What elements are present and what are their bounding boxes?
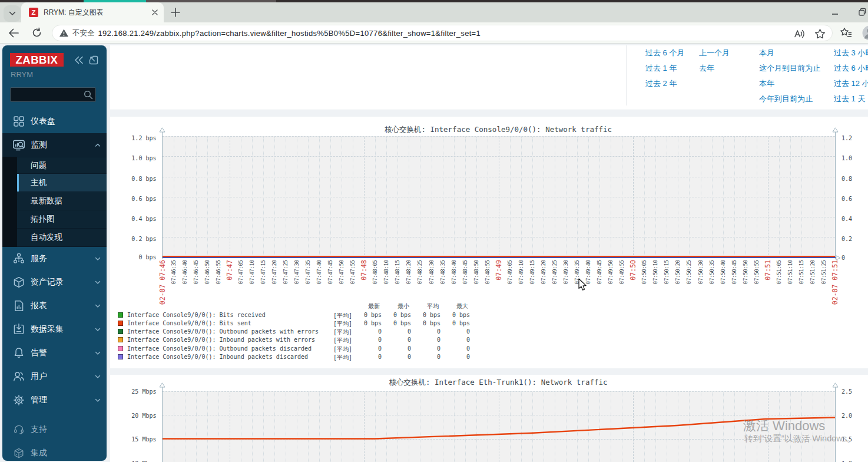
sidebar-item-label: 仪表盘 xyxy=(31,116,55,127)
time-range-link[interactable]: 上一个月 xyxy=(699,48,730,58)
x-gridline xyxy=(330,392,331,462)
address-bar[interactable]: 不安全 192.168.21.249/zabbix.php?action=cha… xyxy=(52,25,833,41)
time-range-link[interactable]: 过去 6 个月 xyxy=(645,48,684,58)
x-tick-label: 02-07 07:51 xyxy=(831,260,839,305)
legend-value: 0 bps xyxy=(435,312,470,318)
sidebar-item-admin[interactable]: 管理 xyxy=(2,388,107,412)
sidebar-subitem[interactable]: 拓扑图 xyxy=(17,210,107,229)
security-label[interactable]: 不安全 xyxy=(72,28,95,38)
browser-tab[interactable]: Z RRYM: 自定义图表 xyxy=(21,2,164,22)
windows-activate-watermark-line1: 激活 Windows xyxy=(743,417,825,435)
x-tick-label: 02-07 07:46 xyxy=(159,260,166,305)
sidebar-submenu: 问题主机最新数据拓扑图自动发现 xyxy=(2,157,107,247)
x-gridline xyxy=(633,392,634,462)
x-gridline xyxy=(544,137,544,255)
x-gridline xyxy=(274,137,275,255)
x-tick-label: 07:49:50 xyxy=(608,260,614,284)
legend-value: 0 xyxy=(435,354,470,360)
x-gridline xyxy=(409,137,409,255)
time-range-link[interactable]: 本月 xyxy=(759,48,774,58)
x-gridline xyxy=(465,392,466,462)
collections-icon[interactable] xyxy=(840,27,853,39)
y-axis-right xyxy=(835,387,836,462)
x-tick-label: 07:47:30 xyxy=(294,260,300,284)
x-tick-label: 07:48:40 xyxy=(451,260,457,284)
x-gridline xyxy=(476,137,477,255)
x-gridline xyxy=(465,137,466,255)
reload-button[interactable] xyxy=(31,27,43,39)
sidebar-item-reports[interactable]: 报表 xyxy=(2,294,107,318)
time-range-link[interactable]: 过去 2 年 xyxy=(645,78,677,89)
y-axis-label-right: 0.2 xyxy=(842,236,852,242)
x-tick-label: 07:49:25 xyxy=(552,260,558,284)
y-axis-label-right: 1.2 xyxy=(842,135,852,141)
restore-button[interactable] xyxy=(849,2,868,22)
time-range-link[interactable]: 过去 1 天 xyxy=(834,94,865,104)
sidebar-item-inventory[interactable]: 资产记录 xyxy=(2,270,107,294)
x-tick-label: 07:51:20 xyxy=(810,260,816,284)
zabbix-logo[interactable]: ZABBIX xyxy=(10,53,64,67)
url-text[interactable]: 192.168.21.249/zabbix.php?action=charts.… xyxy=(98,29,481,38)
profile-avatar[interactable] xyxy=(859,22,868,44)
sidebar-subitem[interactable]: 问题 xyxy=(17,157,107,174)
tab-search-button[interactable] xyxy=(4,5,21,22)
time-range-link[interactable]: 过去 1 年 xyxy=(645,63,677,74)
x-gridline xyxy=(689,137,690,255)
sidebar-item-monitoring[interactable]: 监测 xyxy=(2,133,107,157)
x-gridline xyxy=(274,392,275,462)
alerts-icon xyxy=(11,345,26,361)
minimize-button[interactable] xyxy=(821,2,849,22)
x-gridline xyxy=(723,137,724,255)
monitoring-icon xyxy=(11,137,26,153)
y-axis-label-right: 2.5 xyxy=(842,388,852,395)
sidebar-item-support[interactable]: 支持 xyxy=(2,418,107,441)
x-tick-label: 07:49:15 xyxy=(529,260,535,284)
sidebar-item-dashboard[interactable]: 仪表盘 xyxy=(2,110,107,133)
sidebar-subitem[interactable]: 最新数据 xyxy=(17,192,107,210)
tab-close-button[interactable] xyxy=(150,7,160,18)
sidebar-footer-menu: 支持集成 xyxy=(2,418,107,461)
x-tick-label: 07:51 xyxy=(764,260,771,280)
time-range-link[interactable]: 过去 6 小时 xyxy=(834,63,868,74)
y-axis-label-right: 2.0 xyxy=(842,412,852,418)
time-range-link[interactable]: 今年到目前为止 xyxy=(759,94,813,104)
sidebar-collapse-icon[interactable] xyxy=(74,56,84,64)
x-tick-label: 07:50:45 xyxy=(731,260,737,284)
sidebar-item-label: 资产记录 xyxy=(31,277,64,288)
x-gridline xyxy=(218,392,219,462)
favorite-star-icon[interactable] xyxy=(814,28,826,40)
chevron-down-icon xyxy=(95,257,101,261)
y-axis-left xyxy=(162,132,163,259)
x-tick-label: 07:49 xyxy=(495,260,502,280)
sidebar-subitem[interactable]: 主机 xyxy=(17,174,107,192)
sidebar-item-integrations[interactable]: 集成 xyxy=(2,441,107,461)
time-range-link[interactable]: 过去 3 小时 xyxy=(834,48,868,58)
sidebar: ZABBIX RRYM 仪表盘监测问题主机最新数据拓扑图自动发现服务资产记录报表… xyxy=(2,45,107,461)
back-button[interactable] xyxy=(7,27,20,39)
search-input[interactable] xyxy=(13,88,81,101)
read-aloud-icon[interactable] xyxy=(793,28,806,40)
new-tab-button[interactable] xyxy=(169,6,182,19)
sidebar-subitem[interactable]: 自动发现 xyxy=(17,229,107,247)
sidebar-item-alerts[interactable]: 告警 xyxy=(2,341,107,365)
time-range-link[interactable]: 去年 xyxy=(699,63,714,74)
chevron-down-icon xyxy=(95,280,101,285)
x-gridline xyxy=(499,392,499,462)
x-gridline xyxy=(655,392,656,462)
time-range-panel: 过去 6 个月过去 1 年过去 2 年上一个月去年本月这个月到目前为止本年今年到… xyxy=(110,45,868,110)
sidebar-item-users[interactable]: 用户 xyxy=(2,365,107,388)
x-gridline xyxy=(319,137,320,255)
window-controls xyxy=(821,2,868,22)
x-tick-label: 07:47:55 xyxy=(350,260,356,284)
chevron-down-icon xyxy=(6,8,18,19)
time-range-link[interactable]: 本年 xyxy=(759,78,774,89)
sidebar-hide-icon[interactable] xyxy=(89,55,98,65)
x-gridline xyxy=(588,137,589,255)
x-tick-label: 07:48:35 xyxy=(440,260,446,284)
time-range-link[interactable]: 过去 12 小时 xyxy=(834,78,868,89)
sidebar-item-collection[interactable]: 数据采集 xyxy=(2,318,107,341)
x-gridline xyxy=(566,392,566,462)
time-range-link[interactable]: 这个月到目前为止 xyxy=(759,63,820,74)
x-gridline xyxy=(286,137,286,255)
sidebar-item-services[interactable]: 服务 xyxy=(2,247,107,270)
